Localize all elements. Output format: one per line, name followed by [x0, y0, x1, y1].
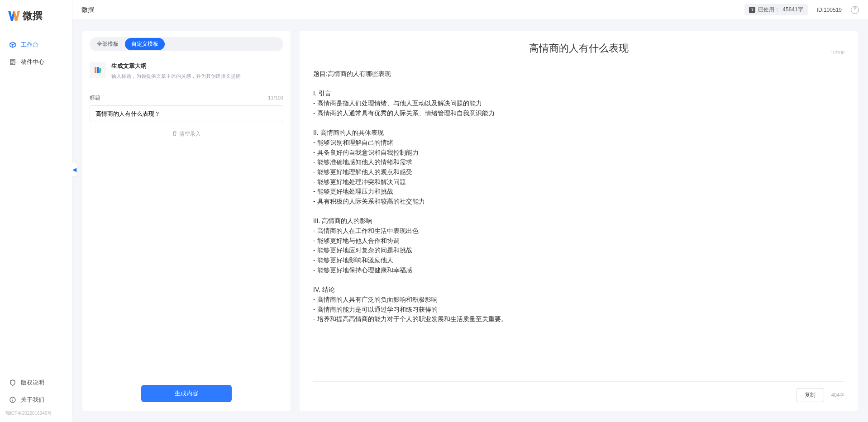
clear-input-button[interactable]: 清空录入 [90, 130, 283, 138]
usage-prefix: 已使用： [758, 6, 780, 14]
power-icon[interactable] [851, 6, 859, 14]
svg-rect-3 [97, 67, 99, 73]
sidebar-item-label: 稿件中心 [21, 58, 44, 66]
sidebar: 微撰 工作台 稿件中心 版权说明 关于我们 鄂ICP备2022016946号 [0, 0, 72, 422]
brand-logo: 微撰 [0, 0, 72, 36]
text-badge-icon: T [749, 7, 755, 13]
svg-rect-2 [95, 67, 96, 73]
tab-custom-templates[interactable]: 自定义模板 [125, 38, 165, 50]
template-title: 生成文章大纲 [111, 62, 241, 70]
output-title-counter: 10/100 [830, 50, 844, 55]
sidebar-nav: 工作台 稿件中心 [0, 36, 72, 374]
user-id: ID:100519 [817, 7, 842, 13]
output-title[interactable]: 高情商的人有什么表现 [313, 42, 844, 55]
brand-name: 微撰 [23, 9, 43, 23]
sidebar-item-label: 工作台 [21, 41, 38, 49]
doc-icon [9, 58, 16, 66]
sidebar-item-label: 版权说明 [21, 379, 44, 387]
logo-mark-icon [8, 11, 20, 21]
title-input[interactable] [90, 105, 283, 122]
title-field-label: 标题 [90, 94, 100, 102]
output-body[interactable]: 题目:高情商的人有哪些表现 I. 引言 - 高情商是指人们处理情绪、与他人互动以… [313, 69, 844, 377]
output-panel: 高情商的人有什么表现 10/100 题目:高情商的人有哪些表现 I. 引言 - … [300, 31, 858, 411]
shield-icon [9, 379, 16, 386]
usage-chip: T 已使用：45641字 [744, 4, 807, 15]
cube-icon [9, 41, 16, 48]
template-tabs: 全部模板 自定义模板 [90, 37, 283, 51]
title-field-counter: 11/100 [268, 95, 283, 100]
clear-input-label: 清空录入 [179, 130, 201, 138]
page-title: 微撰 [81, 6, 94, 14]
sidebar-item-copyright[interactable]: 版权说明 [0, 374, 72, 391]
svg-rect-4 [99, 68, 101, 73]
info-icon [9, 396, 16, 403]
tab-all-templates[interactable]: 全部模板 [91, 38, 125, 50]
usage-value: 45641字 [782, 6, 803, 14]
topbar: 微撰 T 已使用：45641字 ID:100519 [72, 0, 868, 20]
trash-icon [172, 131, 177, 138]
output-word-count: 404字 [831, 392, 844, 398]
template-desc: 输入标题，为你提供文章主体的灵感，并为其创建推文提纲 [111, 73, 241, 80]
input-panel: 全部模板 自定义模板 生成文章大纲 输入标题，为你提供文章主体的灵感，并为其创建… [82, 31, 291, 411]
template-books-icon [90, 62, 106, 78]
sidebar-item-drafts[interactable]: 稿件中心 [0, 53, 72, 71]
generate-button[interactable]: 生成内容 [141, 385, 232, 402]
sidebar-item-label: 关于我们 [21, 396, 44, 404]
sidebar-bottom: 版权说明 关于我们 鄂ICP备2022016946号 [0, 374, 72, 422]
template-card: 生成文章大纲 输入标题，为你提供文章主体的灵感，并为其创建推文提纲 [90, 59, 283, 86]
sidebar-item-workspace[interactable]: 工作台 [0, 36, 72, 53]
icp-text: 鄂ICP备2022016946号 [0, 408, 72, 418]
copy-button[interactable]: 复制 [796, 388, 824, 402]
main: 微撰 T 已使用：45641字 ID:100519 ◀ 全部模板 自定义模板 [72, 0, 868, 422]
sidebar-item-about[interactable]: 关于我们 [0, 391, 72, 408]
collapse-sidebar-handle[interactable]: ◀ [72, 163, 77, 176]
